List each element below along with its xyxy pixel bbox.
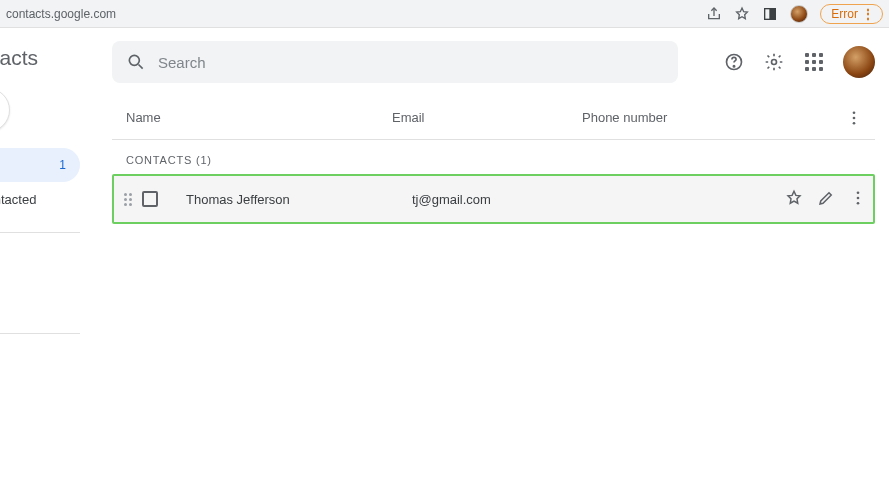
star-icon[interactable] [785, 189, 803, 210]
contact-email: tj@gmail.com [412, 192, 602, 207]
sidebar: ntacts act 1 contacted l acts [0, 28, 90, 346]
more-vert-icon[interactable] [849, 189, 867, 210]
svg-point-12 [857, 201, 860, 204]
sidebar-divider [0, 232, 80, 233]
select-checkbox[interactable] [142, 191, 158, 207]
column-phone: Phone number [582, 110, 839, 125]
svg-rect-1 [770, 8, 775, 19]
drag-handle-icon[interactable] [124, 193, 136, 206]
app-title: ntacts [0, 40, 90, 88]
create-contact-button[interactable]: act [0, 88, 10, 132]
svg-point-9 [853, 121, 856, 124]
svg-point-7 [853, 111, 856, 114]
svg-line-3 [139, 65, 143, 69]
sidebar-item-label: contacted [0, 192, 36, 207]
profile-avatar-small[interactable] [790, 5, 808, 23]
settings-gear-icon[interactable] [763, 51, 785, 73]
contact-row[interactable]: Thomas Jefferson tj@gmail.com [112, 174, 875, 224]
bookmark-star-icon[interactable] [734, 6, 750, 22]
search-input[interactable] [158, 54, 664, 71]
columns-header: Name Email Phone number [112, 96, 875, 140]
apps-grid-icon[interactable] [803, 51, 825, 73]
contact-name: Thomas Jefferson [186, 192, 412, 207]
column-actions-menu[interactable] [839, 109, 869, 127]
sidebar-item-frequent[interactable]: contacted [0, 182, 90, 216]
extension-error-pill[interactable]: Error ⋮ [820, 4, 883, 24]
sidebar-item-count: 1 [59, 158, 66, 172]
svg-point-2 [129, 55, 139, 65]
sidebar-item-contacts[interactable]: 1 [0, 148, 80, 182]
panel-icon[interactable] [762, 6, 778, 22]
search-icon [126, 52, 146, 72]
error-label: Error [831, 7, 858, 21]
edit-pencil-icon[interactable] [817, 189, 835, 210]
sidebar-item-label-l[interactable]: l [0, 283, 90, 317]
svg-point-6 [772, 60, 777, 65]
more-vert-icon: ⋮ [862, 7, 874, 21]
sidebar-divider [0, 333, 80, 334]
column-name: Name [112, 110, 392, 125]
more-vert-icon [845, 109, 863, 127]
svg-point-11 [857, 196, 860, 199]
svg-point-5 [733, 66, 734, 67]
search-box[interactable] [112, 41, 678, 83]
help-icon[interactable] [723, 51, 745, 73]
column-email: Email [392, 110, 582, 125]
svg-point-8 [853, 116, 856, 119]
account-avatar[interactable] [843, 46, 875, 78]
browser-chrome: contacts.google.com Error ⋮ [0, 0, 889, 28]
svg-point-10 [857, 191, 860, 194]
url-text: contacts.google.com [6, 7, 116, 21]
share-icon[interactable] [706, 6, 722, 22]
main-area: Name Email Phone number CONTACTS (1) Tho… [90, 28, 889, 224]
section-label: CONTACTS (1) [112, 140, 875, 174]
